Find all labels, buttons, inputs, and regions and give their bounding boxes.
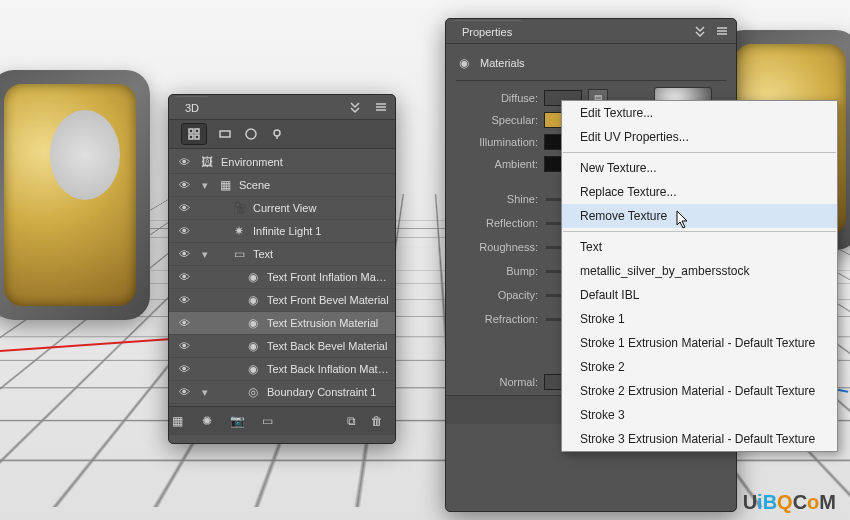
label-shine: Shine:: [456, 193, 538, 205]
tab-properties-label: Properties: [462, 26, 512, 38]
paint-icon[interactable]: ▭: [259, 413, 275, 429]
visibility-icon[interactable]: 👁: [175, 294, 193, 306]
texture-context-menu[interactable]: Edit Texture... Edit UV Properties... Ne…: [561, 100, 838, 452]
material-icon: ◉: [217, 315, 261, 331]
tree-label: Current View: [253, 202, 389, 214]
visibility-icon[interactable]: 👁: [175, 271, 193, 283]
visibility-icon[interactable]: 👁: [175, 386, 193, 398]
visibility-icon[interactable]: 👁: [175, 340, 193, 352]
tree-row-infinite-light[interactable]: 👁✷Infinite Light 1: [169, 220, 395, 243]
material-icon: ◉: [217, 338, 261, 354]
label-reflection: Reflection:: [456, 217, 538, 229]
filter-scene-icon[interactable]: [181, 123, 207, 145]
panel-3d-header[interactable]: 3D: [169, 95, 395, 120]
menu-preset-stroke3-ext[interactable]: Stroke 3 Extrusion Material - Default Te…: [562, 427, 837, 451]
add-camera-icon[interactable]: 📷: [229, 413, 245, 429]
menu-preset-text[interactable]: Text: [562, 235, 837, 259]
tab-properties[interactable]: Properties: [452, 20, 522, 43]
filter-materials-icon[interactable]: [243, 126, 259, 142]
delete-icon[interactable]: 🗑: [369, 413, 385, 429]
tree-row-material[interactable]: 👁◉Text Front Bevel Material: [169, 289, 395, 312]
menu-separator: [563, 152, 836, 153]
panel-menu-icon[interactable]: [714, 23, 730, 39]
tab-3d-label: 3D: [185, 102, 199, 114]
visibility-icon[interactable]: 👁: [175, 179, 193, 191]
menu-preset-ibl[interactable]: Default IBL: [562, 283, 837, 307]
tab-3d[interactable]: 3D: [175, 96, 209, 119]
material-icon: ◉: [217, 269, 261, 285]
section-materials: ◉ Materials: [456, 50, 726, 81]
menu-preset-stroke2-ext[interactable]: Stroke 2 Extrusion Material - Default Te…: [562, 379, 837, 403]
mouse-cursor: [676, 210, 690, 230]
tree-label: Text Back Inflation Material: [267, 363, 389, 375]
svg-point-6: [274, 130, 280, 136]
tree-row-material[interactable]: 👁◉Text Back Inflation Material: [169, 358, 395, 381]
menu-preset-stroke1-ext[interactable]: Stroke 1 Extrusion Material - Default Te…: [562, 331, 837, 355]
tree-row-material[interactable]: 👁◉Text Back Bevel Material: [169, 335, 395, 358]
label-specular: Specular:: [456, 114, 538, 126]
twisty-icon[interactable]: ▾: [199, 386, 211, 399]
visibility-icon[interactable]: 👁: [175, 363, 193, 375]
visibility-icon[interactable]: 👁: [175, 317, 193, 329]
panel-3d-footer: ▦ ✺ 📷 ▭ ⧉ 🗑: [169, 406, 395, 435]
twisty-icon[interactable]: ▾: [199, 179, 211, 192]
tree-row-environment[interactable]: 👁🖼Environment: [169, 151, 395, 174]
collapse-icon[interactable]: [692, 23, 708, 39]
twisty-icon[interactable]: ▾: [199, 248, 211, 261]
scene-icon: ▦: [217, 177, 233, 193]
svg-rect-1: [195, 129, 199, 133]
watermark: UiBQCoM: [743, 491, 836, 514]
panel-3d-toolbar: [169, 120, 395, 149]
mesh-icon: ▭: [217, 246, 247, 262]
label-ambient: Ambient:: [456, 158, 538, 170]
label-roughness: Roughness:: [456, 241, 538, 253]
boundary-icon: ◎: [217, 384, 261, 400]
new-icon[interactable]: ⧉: [343, 413, 359, 429]
filter-lights-icon[interactable]: [269, 126, 285, 142]
svg-point-5: [246, 129, 256, 139]
tree-label: Text: [253, 248, 389, 260]
menu-separator: [563, 231, 836, 232]
visibility-icon[interactable]: 👁: [175, 248, 193, 260]
menu-replace-texture[interactable]: Replace Texture...: [562, 180, 837, 204]
menu-preset-stroke1[interactable]: Stroke 1: [562, 307, 837, 331]
tree-row-scene[interactable]: 👁▾▦Scene: [169, 174, 395, 197]
tree-label: Environment: [221, 156, 389, 168]
panel-3d[interactable]: 3D 👁🖼Environment 👁▾▦Scene 👁🎥Current View…: [168, 94, 396, 444]
label-illumination: Illumination:: [456, 136, 538, 148]
menu-edit-uv[interactable]: Edit UV Properties...: [562, 125, 837, 149]
menu-edit-texture[interactable]: Edit Texture...: [562, 101, 837, 125]
filter-meshes-icon[interactable]: [217, 126, 233, 142]
tree-label: Text Back Bevel Material: [267, 340, 389, 352]
scene-tree[interactable]: 👁🖼Environment 👁▾▦Scene 👁🎥Current View 👁✷…: [169, 149, 395, 406]
tree-label: Infinite Light 1: [253, 225, 389, 237]
camera-icon: 🎥: [217, 200, 247, 216]
tree-row-material-selected[interactable]: 👁◉Text Extrusion Material: [169, 312, 395, 335]
tree-label: Text Extrusion Material: [267, 317, 389, 329]
menu-new-texture[interactable]: New Texture...: [562, 156, 837, 180]
tree-row-current-view[interactable]: 👁🎥Current View: [169, 197, 395, 220]
tree-row-material[interactable]: 👁◉Text Front Inflation Material: [169, 266, 395, 289]
label-refraction: Refraction:: [456, 313, 538, 325]
tree-row-boundary[interactable]: 👁▾◎Boundary Constraint 1: [169, 381, 395, 404]
menu-preset-stroke3[interactable]: Stroke 3: [562, 403, 837, 427]
section-title: Materials: [480, 57, 525, 69]
collapse-icon[interactable]: [347, 99, 363, 115]
panel-properties-header[interactable]: Properties: [446, 19, 736, 44]
visibility-icon[interactable]: 👁: [175, 225, 193, 237]
menu-remove-texture[interactable]: Remove Texture: [562, 204, 837, 228]
render-icon[interactable]: ▦: [169, 413, 185, 429]
material-icon: ◉: [217, 361, 261, 377]
materials-section-icon: ◉: [456, 55, 472, 71]
svg-rect-2: [189, 135, 193, 139]
3d-letter-p: [0, 70, 150, 320]
visibility-icon[interactable]: 👁: [175, 156, 193, 168]
menu-preset-silver[interactable]: metallic_silver_by_ambersstock: [562, 259, 837, 283]
label-bump: Bump:: [456, 265, 538, 277]
menu-preset-stroke2[interactable]: Stroke 2: [562, 355, 837, 379]
visibility-icon[interactable]: 👁: [175, 202, 193, 214]
material-icon: ◉: [217, 292, 261, 308]
add-light-icon[interactable]: ✺: [199, 413, 215, 429]
tree-row-text[interactable]: 👁▾▭Text: [169, 243, 395, 266]
panel-menu-icon[interactable]: [373, 99, 389, 115]
